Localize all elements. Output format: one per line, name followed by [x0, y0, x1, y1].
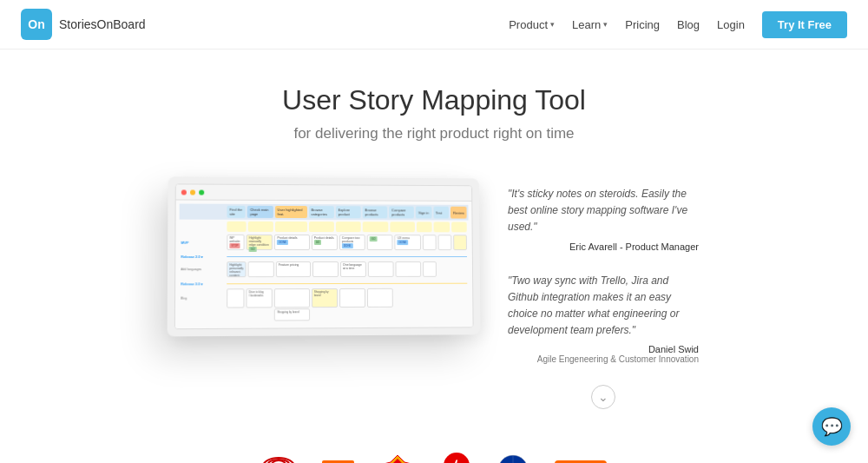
- logo-icon: On: [21, 9, 52, 40]
- app-mockup: Find the site Check main page User highl…: [169, 177, 482, 335]
- nav-login[interactable]: Login: [717, 18, 745, 31]
- review-1-text: "It's sticky notes on steroids. Easily t…: [508, 186, 699, 236]
- nav-learn[interactable]: Learn ▾: [572, 18, 608, 31]
- review-1: "It's sticky notes on steroids. Easily t…: [508, 186, 699, 252]
- window-close-dot: [181, 189, 187, 195]
- logo-vodafone: ʻ vodafone: [441, 453, 472, 463]
- chevron-down-icon: ▾: [550, 20, 555, 29]
- logo-ucl: UCL: [497, 454, 529, 463]
- logos-section: TOYOTA Sixt ʻ vodafone UCL: [0, 427, 868, 463]
- chat-icon: 💬: [821, 416, 843, 437]
- review-1-author: Eric Avarell - Product Manager: [508, 241, 699, 252]
- hero-title: User Story Mapping Tool: [0, 84, 868, 116]
- review-2: "Two way sync with Trello, Jira and Gith…: [508, 273, 699, 365]
- hero-section: User Story Mapping Tool for delivering t…: [0, 50, 868, 160]
- chat-support-button[interactable]: 💬: [812, 407, 851, 446]
- window-maximize-dot: [199, 189, 204, 195]
- window-minimize-dot: [190, 189, 195, 195]
- chevron-down-icon: ⌄: [598, 390, 608, 404]
- logos-row-1: TOYOTA Sixt ʻ vodafone UCL: [261, 453, 608, 463]
- logo-link[interactable]: On StoriesOnBoard: [21, 9, 146, 40]
- logo-shell: [380, 453, 415, 463]
- nav-product[interactable]: Product ▾: [509, 18, 555, 31]
- review-2-text: "Two way sync with Trello, Jira and Gith…: [508, 273, 699, 340]
- scroll-down-button[interactable]: ⌄: [591, 385, 615, 409]
- chevron-btn: ⌄: [508, 385, 699, 409]
- mockup-shadow: Find the site Check main page User highl…: [168, 176, 481, 336]
- try-it-free-button[interactable]: Try It Free: [762, 11, 847, 38]
- content-area: Find the site Check main page User highl…: [0, 160, 868, 427]
- nav-pricing[interactable]: Pricing: [625, 18, 660, 31]
- review-2-title: Agile Engeneering & Customer Innovation: [508, 354, 699, 364]
- review-2-author: Daniel Swid: [508, 344, 699, 354]
- mockup-inner: Find the site Check main page User highl…: [174, 183, 474, 329]
- navbar: On StoriesOnBoard Product ▾ Learn ▾ Pric…: [0, 0, 868, 50]
- reviews-section: "It's sticky notes on steroids. Easily t…: [508, 177, 699, 409]
- nav-links: Product ▾ Learn ▾ Pricing Blog Login Try…: [509, 11, 847, 38]
- story-map-content: Find the site Check main page User highl…: [175, 200, 473, 328]
- mockup-toolbar: [176, 184, 472, 201]
- hero-subtitle: for delivering the right product right o…: [0, 125, 868, 142]
- nav-blog[interactable]: Blog: [677, 18, 700, 31]
- svg-point-2: [268, 460, 289, 463]
- logo-toyota: TOYOTA: [261, 457, 296, 463]
- logo-text: StoriesOnBoard: [59, 17, 146, 31]
- chevron-down-icon: ▾: [603, 20, 608, 29]
